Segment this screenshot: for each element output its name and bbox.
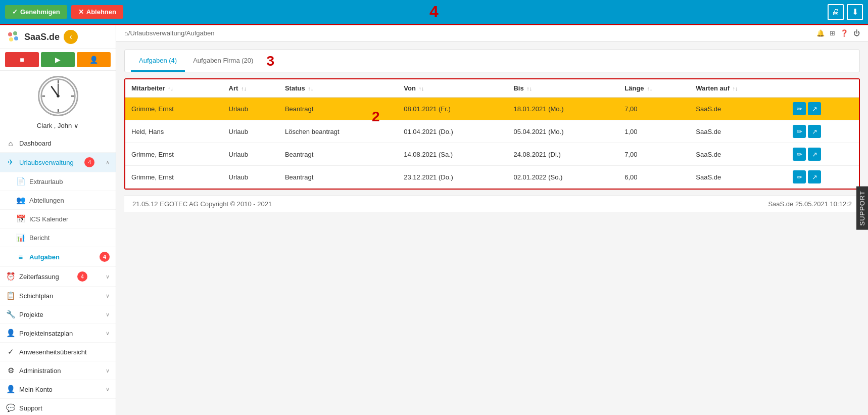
col-von: Von ↑↓ [398,79,507,98]
row-edit-button[interactable]: ✏ [793,170,806,183]
cell-warten-auf: SaaS.de [690,120,787,143]
urlaubsverwaltung-icon: ✈ [6,158,15,167]
svg-point-1 [13,31,17,35]
sidebar-item-anwesenheitsuebersicht[interactable]: ✓ Anwesenheitsübersicht [0,343,116,361]
row-view-button[interactable]: ↗ [808,170,821,183]
cell-warten-auf: SaaS.de [690,98,787,120]
clock-area [0,71,116,119]
sidebar-item-bericht[interactable]: 📊 Bericht [0,228,116,247]
sidebar-item-administration[interactable]: ⚙ Administration ∨ [0,361,116,380]
help-icon[interactable]: ❓ [840,29,848,37]
sidebar-item-abteilungen[interactable]: 👥 Abteilungen [0,191,116,210]
cell-mitarbeiter: Held, Hans [125,120,223,143]
abteilungen-icon: 👥 [16,196,25,205]
mein-konto-chevron-icon: ∨ [106,386,110,393]
grid-icon[interactable]: ⊞ [830,29,835,37]
row-view-button[interactable]: ↗ [808,148,821,161]
power-icon[interactable]: ⏻ [853,29,860,37]
checkmark-icon: ✓ [12,8,18,16]
sidebar-item-extraurlaub[interactable]: 📄 Extraurlaub [0,172,116,191]
projekte-chevron-icon: ∨ [106,311,110,318]
stop-button[interactable]: ■ [5,52,39,67]
footer-copyright: 21.05.12 EGOTEC AG Copyright © 2010 - 20… [132,200,272,208]
col-actions [787,79,859,98]
sort-art-icon[interactable]: ↑↓ [241,85,247,91]
sidebar-item-ics-kalender[interactable]: 📅 ICS Kalender [0,210,116,228]
mein-konto-icon: 👤 [6,385,15,394]
sidebar-item-schichtplan[interactable]: 📋 Schichtplan ∨ [0,287,116,305]
cell-row-actions: ✏ ↗ [787,98,859,120]
admin-chevron-icon: ∨ [106,367,110,374]
sidebar-item-dashboard[interactable]: ⌂ Dashboard [0,134,116,153]
sidebar-logo: SaaS.de ‹ [0,25,116,49]
schichtplan-chevron-icon: ∨ [106,293,110,299]
sort-laenge-icon[interactable]: ↑↓ [647,85,652,91]
ics-icon: 📅 [16,214,25,223]
aufgaben-icon: ≡ [16,253,25,261]
cell-laenge: 6,00 [618,166,690,189]
cell-laenge: 7,00 [618,98,690,120]
cell-von: 08.01.2021 (Fr.) [398,98,507,120]
sort-bis-icon[interactable]: ↑↓ [526,85,532,91]
sidebar-item-aufgaben[interactable]: ≡ Aufgaben 4 [0,247,116,267]
cell-von: 23.12.2021 (Do.) [398,166,507,189]
reject-button[interactable]: ✕ Ablehnen [71,5,123,19]
annotation-2: 2 [372,109,380,125]
breadcrumb-icons: 🔔 ⊞ ❓ ⏻ [816,29,860,37]
col-laenge: Länge ↑↓ [618,79,690,98]
play-button[interactable]: ▶ [41,52,75,67]
cell-art: Urlaub [223,166,279,189]
cell-row-actions: ✏ ↗ [787,166,859,189]
row-edit-button[interactable]: ✏ [793,102,806,115]
cell-status: Löschen beantragt [279,120,398,143]
cell-von: 14.08.2021 (Sa.) [398,143,507,166]
annotation-3: 3 [266,54,274,68]
sidebar-item-support[interactable]: 💬 Support [0,399,116,415]
cell-bis: 24.08.2021 (Di.) [507,143,618,166]
col-warten-auf: Warten auf ↑↓ [690,79,787,98]
zeiterfassung-icon: ⏰ [6,272,15,281]
download-button[interactable]: ⬇ [847,4,863,20]
person-icon: 👤 [89,56,98,64]
col-art: Art ↑↓ [223,79,279,98]
table-row: Grimme, Ernst Urlaub Beantragt 23.12.202… [125,166,859,189]
annotation-4: 4 [429,3,439,21]
sidebar-item-urlaubsverwaltung[interactable]: ✈ Urlaubsverwaltung 4 ∧ [0,153,116,172]
row-view-button[interactable]: ↗ [808,125,821,138]
sidebar-toggle-button[interactable]: ‹ [64,30,78,44]
bericht-icon: 📊 [16,233,25,242]
sidebar-item-mein-konto[interactable]: 👤 Mein Konto ∨ [0,380,116,399]
person-button[interactable]: 👤 [77,52,111,67]
cell-row-actions: ✏ ↗ [787,143,859,166]
logo-text: SaaS.de [24,32,60,42]
svg-point-0 [8,32,12,36]
toolbar-right: 🖨 ⬇ [828,4,863,20]
print-button[interactable]: 🖨 [828,4,844,20]
chevron-up-icon: ∧ [106,159,110,166]
tab-aufgaben[interactable]: Aufgaben (4) [131,50,185,72]
cell-row-actions: ✏ ↗ [787,120,859,143]
tab-aufgaben-firma[interactable]: Aufgaben Firma (20) [185,50,261,72]
sort-von-icon[interactable]: ↑↓ [418,85,424,91]
stop-icon: ■ [20,56,24,64]
table-row: Held, Hans Urlaub Löschen beantragt 01.0… [125,120,859,143]
bell-icon[interactable]: 🔔 [816,29,825,37]
sort-mitarbeiter-icon[interactable]: ↑↓ [168,85,173,91]
sidebar-item-zeiterfassung[interactable]: ⏰ Zeiterfassung 4 ∨ [0,267,116,287]
sort-warten-icon[interactable]: ↑↓ [733,85,738,91]
footer: 21.05.12 EGOTEC AG Copyright © 2010 - 20… [124,196,860,212]
administration-icon: ⚙ [6,366,15,375]
user-name[interactable]: Clark , John ∨ [0,119,116,134]
row-edit-button[interactable]: ✏ [793,125,806,138]
sidebar-item-projekteinsatzplan[interactable]: 👤 Projekteinsatzplan ∨ [0,324,116,343]
clock-face [39,76,77,116]
sort-status-icon[interactable]: ↑↓ [308,85,313,91]
x-icon: ✕ [78,8,84,16]
support-sidebar[interactable]: SUPPORT [856,187,868,230]
row-view-button[interactable]: ↗ [808,102,821,115]
row-edit-button[interactable]: ✏ [793,148,806,161]
cell-mitarbeiter: Grimme, Ernst [125,166,223,189]
approve-button[interactable]: ✓ Genehmigen [5,5,67,19]
sidebar-item-projekte[interactable]: 🔧 Projekte ∨ [0,305,116,324]
cell-bis: 18.01.2021 (Mo.) [507,98,618,120]
